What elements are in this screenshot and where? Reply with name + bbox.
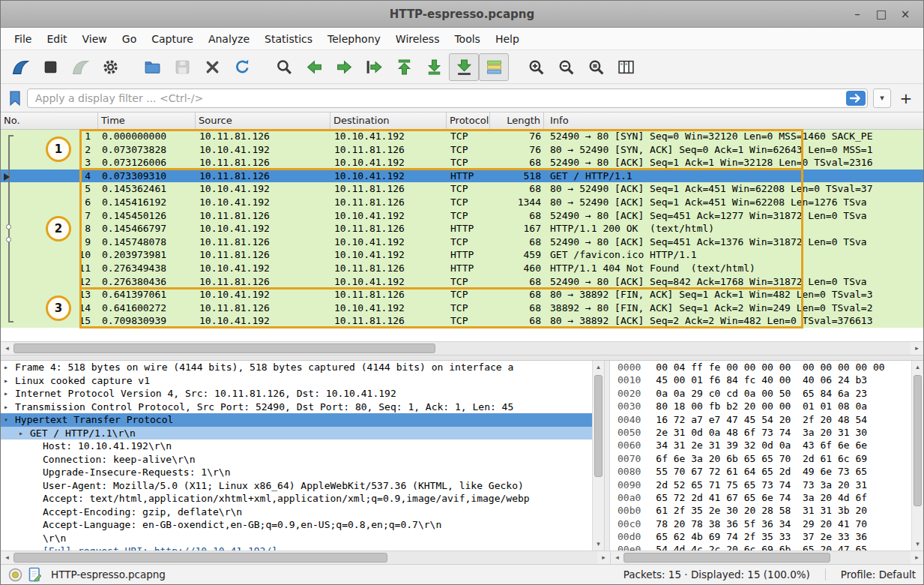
colorize-button[interactable] [479,53,509,81]
packet-row-9[interactable]: 90.14574807810.11.81.12610.10.41.192TCP6… [1,236,923,249]
hex-row[interactable]: 00e054 4d 4c 2c 20 6c 69 6b 65 20 47 65 [617,543,911,550]
open-file-button[interactable] [137,53,167,81]
hex-row[interactable]: 001045 00 01 f6 84 fc 40 00 40 06 24 b3 [617,374,911,386]
detail-line[interactable]: ▸Frame 4: 518 bytes on wire (4144 bits),… [1,361,592,374]
menu-file[interactable]: File [7,29,39,49]
packet-row-6[interactable]: 60.14541619210.10.41.19210.11.81.126TCP1… [1,196,923,209]
add-filter-button[interactable]: + [896,88,916,108]
pane-splitter[interactable] [605,361,610,550]
filter-bookmark-icon[interactable] [8,90,22,106]
status-profile[interactable]: Profile: Default [841,568,916,580]
column-header-length[interactable]: Length [490,112,544,129]
expander-icon[interactable]: ▸ [19,427,30,440]
close-button[interactable]: × [899,8,911,20]
go-first-button[interactable] [389,53,419,81]
scroll-track[interactable] [13,551,597,564]
packet-row-15[interactable]: 150.70983093910.10.41.19210.11.81.126TCP… [1,314,923,328]
detail-line[interactable]: Connection: keep-alive\r\n [1,453,592,466]
hex-row[interactable]: 000000 04 ff fe 00 00 00 00 00 00 00 00 … [617,361,911,374]
filter-dropdown-button[interactable]: ▾ [873,88,891,108]
scroll-right-arrow[interactable]: ▸ [597,551,610,564]
column-header-destination[interactable]: Destination [330,112,447,129]
hex-row[interactable]: 00c078 20 78 38 36 5f 36 34 29 20 41 70 [617,518,911,530]
hex-hscrollbar[interactable]: ◂ ▸ [610,550,923,564]
scroll-thumb[interactable] [623,553,830,562]
expander-icon[interactable]: ▸ [4,374,15,388]
display-filter-input[interactable] [27,88,868,108]
scroll-track[interactable] [593,374,604,538]
scroll-up-arrow[interactable]: ▴ [592,361,605,374]
reload-file-button[interactable] [227,53,257,81]
detail-line[interactable]: User-Agent: Mozilla/5.0 (X11; Linux x86_… [1,479,592,493]
packet-row-12[interactable]: 120.27638043610.11.81.12610.10.41.192TCP… [1,275,923,289]
close-file-button[interactable] [197,53,227,81]
capture-file-annotation-icon[interactable] [28,567,42,582]
packet-row-3[interactable]: 30.07312600610.11.81.12610.10.41.192TCP6… [1,156,923,170]
menu-wireless[interactable]: Wireless [388,29,447,49]
hex-row[interactable]: 008055 70 67 72 61 64 65 2d 49 6e 73 65 [617,465,911,478]
scroll-right-arrow[interactable]: ▸ [911,342,923,355]
start-capture-button[interactable] [5,53,35,81]
scroll-thumb[interactable] [914,375,922,506]
hex-row[interactable]: 004016 72 a7 e7 47 45 54 20 2f 20 48 54 [617,413,911,426]
zoom-in-button[interactable] [521,53,551,81]
scroll-left-arrow[interactable]: ◂ [1,342,13,355]
menu-tools[interactable]: Tools [447,29,488,49]
hex-row[interactable]: 006034 31 2e 31 39 32 0d 0a 43 6f 6e 6e [617,439,911,452]
maximize-button[interactable]: □ [875,8,887,20]
expander-icon[interactable]: ▸ [4,361,15,374]
menu-go[interactable]: Go [115,29,144,49]
details-hscrollbar[interactable]: ◂ ▸ [1,550,610,564]
expert-info-icon[interactable] [8,568,22,582]
detail-line[interactable]: Accept-Language: en-GB-oxendict,en-GB;q=… [1,518,592,532]
detail-line[interactable]: ▾Hypertext Transfer Protocol [1,413,592,427]
packet-row-14[interactable]: 140.64160027210.11.81.12610.10.41.192TCP… [1,302,923,315]
expander-icon[interactable]: ▾ [4,413,15,427]
packet-row-4[interactable]: 40.07330931010.11.81.12610.10.41.192HTTP… [1,170,923,183]
detail-line[interactable]: Upgrade-Insecure-Requests: 1\r\n [1,466,592,479]
save-file-button[interactable] [167,53,197,81]
scroll-down-arrow[interactable]: ▾ [911,538,923,550]
column-header-source[interactable]: Source [196,112,330,129]
capture-options-button[interactable] [95,53,125,81]
detail-line[interactable]: ▸Linux cooked capture v1 [1,374,592,388]
scroll-left-arrow[interactable]: ◂ [611,551,623,564]
scroll-down-arrow[interactable]: ▾ [592,538,605,550]
scroll-right-arrow[interactable]: ▸ [911,551,923,564]
expander-icon[interactable]: ▸ [4,387,15,400]
details-vscrollbar[interactable]: ▴ ▾ [592,361,604,550]
packet-list-hscrollbar[interactable]: ◂ ▸ [1,341,923,355]
packet-row-11[interactable]: 110.27634943810.10.41.19210.11.81.126HTT… [1,262,923,275]
stop-capture-button[interactable] [35,53,65,81]
go-back-button[interactable] [299,53,329,81]
scroll-thumb[interactable] [13,344,435,353]
column-header-protocol[interactable]: Protocol [447,112,490,129]
detail-line[interactable]: ▸GET / HTTP/1.1\r\n [1,427,592,440]
hex-row[interactable]: 00706f 6e 3a 20 6b 65 65 70 2d 61 6c 69 [617,452,911,465]
packet-row-10[interactable]: 100.20397398110.11.81.12610.10.41.192HTT… [1,248,923,262]
pane-divider[interactable] [1,355,923,360]
go-last-button[interactable] [419,53,449,81]
menu-help[interactable]: Help [488,29,527,49]
zoom-reset-button[interactable] [581,53,611,81]
packet-row-13[interactable]: 130.64139706110.10.41.19210.11.81.126TCP… [1,288,923,302]
scroll-thumb[interactable] [594,375,603,477]
hex-row[interactable]: 003080 18 00 fb b2 20 00 00 01 01 08 0a [617,400,911,412]
column-header-time[interactable]: Time [98,112,196,129]
menu-edit[interactable]: Edit [39,29,74,49]
detail-line[interactable]: ▸Internet Protocol Version 4, Src: 10.11… [1,387,592,400]
scroll-track[interactable] [623,551,911,564]
packet-row-1[interactable]: 10.00000000010.11.81.12610.10.41.192TCP7… [1,130,923,143]
hex-row[interactable]: 00a065 72 2d 41 67 65 6e 74 3a 20 4d 6f [617,491,911,504]
column-header-info[interactable]: Info [544,112,923,129]
detail-line[interactable]: ▸Transmission Control Protocol, Src Port… [1,400,592,414]
go-forward-button[interactable] [329,53,359,81]
scroll-track[interactable] [13,342,911,355]
resize-columns-button[interactable] [611,53,641,81]
detail-line[interactable]: Accept-Encoding: gzip, deflate\r\n [1,506,592,519]
detail-line[interactable]: [Full request URI: http://10.10.41.192/] [1,544,592,550]
apply-filter-button[interactable] [846,91,866,106]
hex-row[interactable]: 00b061 2f 35 2e 30 20 28 58 31 31 3b 20 [617,504,911,517]
scroll-left-arrow[interactable]: ◂ [1,551,13,564]
detail-line[interactable]: Accept: text/html,application/xhtml+xml,… [1,492,592,506]
